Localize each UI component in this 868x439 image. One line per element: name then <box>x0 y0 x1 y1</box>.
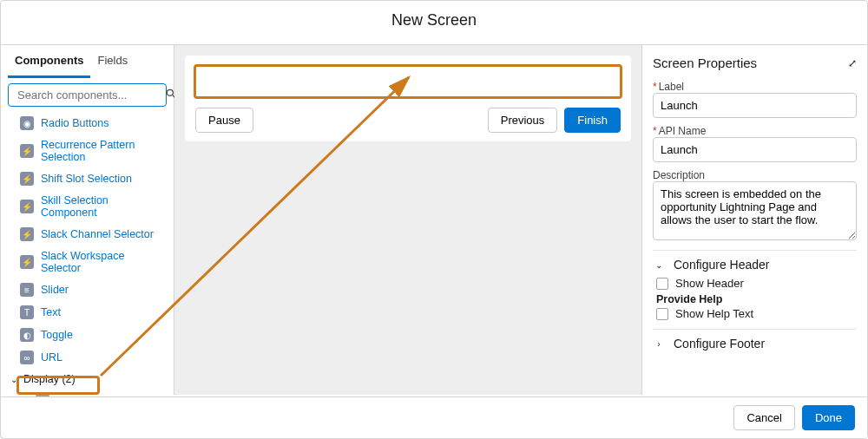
lightning-icon: ⚡ <box>20 200 34 213</box>
component-item[interactable]: ◉Radio Buttons <box>1 112 174 134</box>
description-textarea[interactable] <box>653 181 857 240</box>
component-item[interactable]: ⚡Shift Slot Selection <box>1 167 174 190</box>
show-help-text-checkbox[interactable]: Show Help Text <box>653 307 857 320</box>
group-display[interactable]: ⌄ Display (2) <box>1 369 174 390</box>
component-item[interactable]: TText <box>1 301 174 324</box>
canvas: Pause Previous Finish <box>174 45 641 395</box>
lightning-icon: ⚡ <box>20 255 34 269</box>
modal-footer: Cancel Done <box>1 396 867 438</box>
component-item[interactable]: ≡Slider <box>1 278 174 301</box>
component-item[interactable]: ◐Toggle <box>1 324 174 346</box>
show-header-checkbox[interactable]: Show Header <box>653 277 857 290</box>
link-icon: ∞ <box>20 351 34 364</box>
api-name-input[interactable] <box>653 137 857 162</box>
configure-header-section[interactable]: ⌄ Configure Header <box>653 258 857 272</box>
component-item[interactable]: ⚡Slack Channel Selector <box>1 223 174 246</box>
configure-footer-section[interactable]: › Configure Footer <box>653 337 857 351</box>
component-item[interactable]: ⚡Slack Workspace Selector <box>1 246 174 278</box>
api-name-label: API Name <box>653 125 857 137</box>
chevron-down-icon: ⌄ <box>8 373 20 385</box>
tab-components[interactable]: Components <box>8 45 90 78</box>
component-item[interactable]: ∞URL <box>1 346 174 369</box>
expand-icon[interactable]: ⤢ <box>848 57 857 69</box>
component-list: ◉Radio Buttons ⚡Recurrence Pattern Selec… <box>1 110 174 436</box>
previous-button[interactable]: Previous <box>488 108 558 133</box>
properties-panel: Screen Properties ⤢ Label API Name Descr… <box>641 45 867 395</box>
left-tabs: Components Fields <box>1 45 174 78</box>
chevron-right-icon: › <box>653 337 665 350</box>
component-item[interactable]: ⚡Recurrence Pattern Selection <box>1 134 174 167</box>
finish-button[interactable]: Finish <box>564 108 621 133</box>
provide-help-label: Provide Help <box>656 293 857 305</box>
left-panel: Components Fields ◉Radio Buttons ⚡Recurr… <box>1 45 174 395</box>
label-label: Label <box>653 81 857 93</box>
canvas-dropzone[interactable] <box>194 64 622 99</box>
canvas-button-row: Pause Previous Finish <box>194 99 622 141</box>
tab-fields[interactable]: Fields <box>90 45 135 78</box>
lightning-icon: ⚡ <box>20 144 34 158</box>
lightning-icon: ⚡ <box>20 172 34 186</box>
search-components[interactable] <box>8 83 167 107</box>
done-button[interactable]: Done <box>802 405 855 430</box>
label-input[interactable] <box>653 93 857 118</box>
cancel-button[interactable]: Cancel <box>733 405 794 430</box>
chevron-down-icon: ⌄ <box>653 259 665 271</box>
toggle-icon: ◐ <box>20 328 34 342</box>
modal-title: New Screen <box>1 1 867 42</box>
component-item[interactable]: ⚡Skill Selection Component <box>1 190 174 223</box>
lightning-icon: ⚡ <box>20 227 34 241</box>
slider-icon: ≡ <box>20 283 34 297</box>
search-input[interactable] <box>16 88 165 102</box>
description-label: Description <box>653 169 857 181</box>
text-icon: T <box>20 305 34 319</box>
svg-point-0 <box>167 89 173 95</box>
pause-button[interactable]: Pause <box>195 108 253 133</box>
radio-icon: ◉ <box>20 116 34 130</box>
properties-title: Screen Properties <box>653 56 757 70</box>
